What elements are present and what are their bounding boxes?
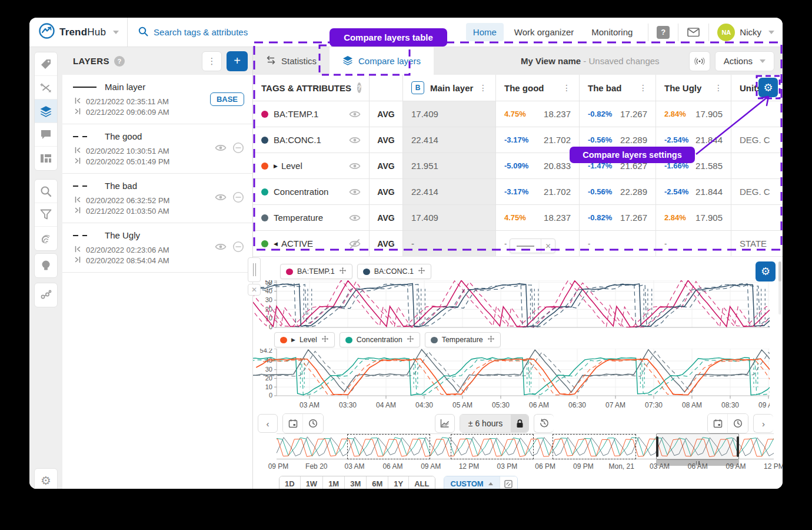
actions-button[interactable]: Actions [715, 51, 774, 71]
sidebar-item-layers layers-icon[interactable] [35, 100, 57, 123]
layer-name: The bad [105, 181, 137, 191]
aggregation-type[interactable]: AVG [370, 231, 403, 256]
sidebar-item-tag tag-icon[interactable] [35, 52, 57, 76]
layer-visibility-eye-icon[interactable] [215, 243, 227, 253]
tag-visibility-eye-icon[interactable] [349, 188, 361, 196]
brand-chevron-down-icon[interactable] [113, 31, 119, 34]
layer-card-the-good[interactable]: The good02/20/2022 10:30:51 AM02/20/2022… [62, 124, 252, 174]
aggregation-type[interactable]: AVG [370, 127, 403, 153]
column-header-the-ugly[interactable]: The Ugly⋮ [656, 75, 731, 101]
legend-chip-concentration[interactable]: Concentration [340, 332, 420, 347]
chart1-plot[interactable]: 5250403020100 [253, 280, 770, 330]
chart-scrollbar[interactable] [778, 261, 781, 314]
chart-settings-gear-button[interactable]: ⚙ [756, 261, 776, 281]
tag-visibility-eye-icon[interactable] [349, 110, 361, 118]
layer-card-main-layer[interactable]: Main layer02/21/2022 02:35:11 AM02/21/20… [62, 75, 252, 124]
column-menu-icon[interactable]: ⋮ [479, 83, 487, 92]
legend-chip-temperature[interactable]: Temperature [425, 332, 501, 347]
layer-visibility-eye-icon[interactable] [215, 193, 227, 204]
range-button-1d[interactable]: 1D [279, 476, 301, 489]
legend-chip-ba-temp-1[interactable]: BA:TEMP.1 [280, 264, 352, 279]
sidebar-item-comments comments-icon[interactable] [35, 123, 57, 147]
overview-layer-window[interactable] [347, 434, 430, 459]
overview-layer-window[interactable] [451, 434, 534, 459]
aggregation-type[interactable]: AVG [370, 153, 403, 178]
table-settings-gear-button[interactable]: ⚙ [758, 78, 778, 97]
layer-visibility-eye-icon[interactable] [215, 144, 227, 154]
trend-compare-button[interactable] [435, 414, 455, 433]
clock-end-button[interactable] [728, 414, 748, 433]
nav-item-work-organizer[interactable]: Work organizer [507, 23, 581, 41]
tab-compare-layers[interactable]: Compare layers [330, 47, 434, 75]
sidebar-item-calculations calculations-icon[interactable] [35, 76, 57, 100]
sidebar-item-settings gear-icon[interactable]: ⚙ [35, 469, 57, 489]
layer-card-the-bad[interactable]: The bad02/20/2022 06:32:52 PM02/21/2022 … [62, 174, 252, 223]
legend-chip-level[interactable]: ▶Level [274, 332, 335, 347]
aggregation-type[interactable]: AVG [370, 179, 403, 204]
splitter-grip[interactable] [248, 257, 261, 282]
popup-close-icon[interactable]: ✕ [541, 239, 555, 253]
sidebar-item-search search-icon[interactable] [35, 180, 57, 203]
overview-selection-window[interactable] [656, 433, 739, 460]
selection-left-handle[interactable] [656, 436, 658, 457]
line-style-swatch[interactable] [510, 239, 541, 253]
aggregation-type[interactable]: AVG [370, 101, 403, 127]
calendar-end-button[interactable] [708, 414, 728, 433]
column-menu-icon[interactable]: ⋮ [639, 83, 647, 92]
sidebar-item-context context-icon[interactable] [35, 283, 57, 307]
history-reset-button[interactable] [534, 414, 554, 433]
nav-item-monitoring[interactable]: Monitoring [584, 23, 640, 41]
tag-visibility-eye-off-icon[interactable] [349, 239, 361, 249]
tab-statistics[interactable]: Statistics [253, 47, 330, 75]
nav-item-home[interactable]: Home [466, 23, 504, 41]
table-help-icon[interactable]: ? [357, 82, 361, 93]
live-broadcast-button[interactable] [689, 51, 710, 71]
layer-remove-icon[interactable] [232, 191, 244, 206]
range-button-1m[interactable]: 1M [323, 476, 345, 489]
aggregation-type[interactable]: AVG [370, 205, 403, 230]
column-header-main-layer[interactable]: BMain layer⋮ [403, 75, 496, 101]
sidebar-item-dashboards dashboards-icon[interactable] [35, 147, 57, 170]
range-button-all[interactable]: ALL [409, 476, 434, 489]
tag-visibility-eye-icon[interactable] [349, 162, 361, 170]
layer-value: 18.237 [544, 213, 571, 223]
time-range-pill[interactable]: ± 6 hours [460, 414, 529, 433]
selection-right-handle[interactable] [737, 436, 739, 457]
overview-layer-window[interactable] [553, 434, 636, 459]
step-forward-button[interactable]: › [753, 414, 773, 433]
custom-range-button[interactable]: CUSTOM [444, 476, 500, 489]
user-menu[interactable]: NA Nicky [717, 24, 774, 41]
layer-remove-icon[interactable] [232, 142, 244, 156]
range-button-6m[interactable]: 6M [367, 476, 388, 489]
tag-visibility-eye-icon[interactable] [349, 214, 361, 222]
sidebar-item-fingerprint fingerprint-icon[interactable] [35, 227, 57, 250]
tag-visibility-eye-icon[interactable] [349, 136, 361, 144]
range-button-1y[interactable]: 1Y [388, 476, 409, 489]
chart2-plot[interactable]: 54.240302010003 AM03:3004 AM04:3005 AM05… [253, 349, 770, 413]
layers-menu-button[interactable]: ⋮ [202, 51, 222, 71]
overview-strip[interactable] [277, 433, 774, 459]
search-bar[interactable]: Search tags & attributes [128, 26, 248, 38]
expand-range-icon[interactable] [500, 476, 517, 489]
step-back-button[interactable]: ‹ [258, 414, 278, 433]
brand[interactable]: TrendHub [29, 18, 128, 47]
sidebar-item-filter filter-icon[interactable] [35, 203, 57, 227]
layers-help-icon[interactable]: ? [114, 56, 125, 67]
column-menu-icon[interactable]: ⋮ [714, 83, 723, 92]
layer-card-the-ugly[interactable]: The Ugly02/20/2022 02:23:06 AM02/20/2022… [62, 223, 252, 273]
clock-start-button[interactable] [303, 414, 323, 433]
mail-button[interactable] [687, 25, 700, 39]
range-button-3m[interactable]: 3M [345, 476, 367, 489]
add-layer-button[interactable]: + [227, 51, 248, 71]
sidebar-item-recommendations recommendations-icon[interactable] [35, 254, 57, 277]
legend-chip-ba-conc-1[interactable]: BA:CONC.1 [357, 264, 431, 279]
splitter-close-icon[interactable]: ✕ [248, 284, 261, 296]
layer-remove-icon[interactable] [232, 241, 244, 255]
column-header-the-good[interactable]: The good⋮ [496, 75, 580, 101]
column-menu-icon[interactable]: ⋮ [563, 83, 571, 92]
calendar-start-button[interactable] [283, 414, 303, 433]
lock-icon[interactable] [511, 415, 528, 432]
range-button-1w[interactable]: 1W [301, 476, 324, 489]
column-header-the-bad[interactable]: The bad⋮ [580, 75, 656, 101]
help-button[interactable]: ? [657, 26, 670, 39]
